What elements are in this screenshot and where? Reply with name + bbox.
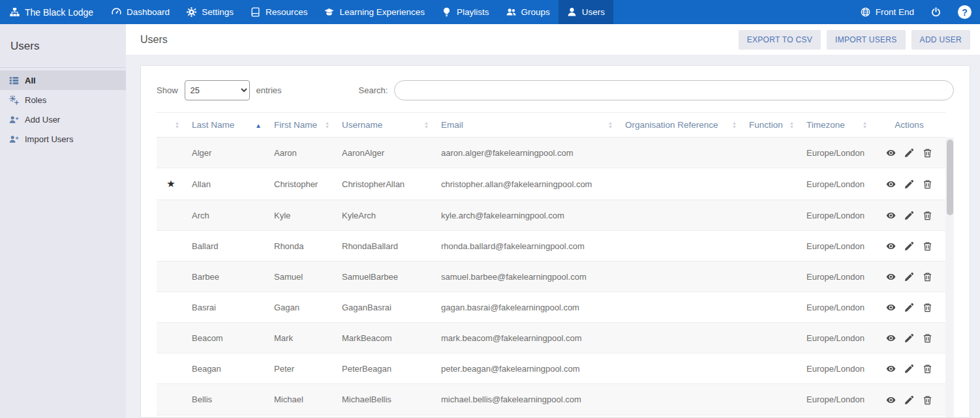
page-size-select[interactable]: 25 bbox=[185, 80, 250, 100]
eye-icon[interactable] bbox=[886, 241, 896, 251]
eye-icon[interactable] bbox=[886, 211, 896, 220]
sort-icon: ▲▼ bbox=[424, 121, 429, 129]
cell-email: rhonda.ballard@fakelearningpool.com bbox=[435, 231, 619, 261]
nav-item-label: Dashboard bbox=[127, 7, 170, 17]
top-navbar: The Black Lodge DashboardSettingsResourc… bbox=[0, 0, 980, 24]
table-scrollbar[interactable] bbox=[945, 138, 954, 418]
cell-timezone: Europe/London bbox=[800, 353, 873, 384]
add-user-button[interactable]: ADD USER bbox=[911, 30, 970, 50]
navbar-right: Front End? bbox=[852, 0, 980, 24]
nav-item-users[interactable]: Users bbox=[559, 0, 613, 24]
sort-icon: ▲▼ bbox=[608, 121, 613, 129]
trash-icon[interactable] bbox=[923, 303, 932, 312]
search-label: Search: bbox=[359, 85, 388, 95]
sidebar: Users AllRolesAdd UserImport Users bbox=[0, 24, 126, 418]
cell-username: SamuelBarbee bbox=[335, 261, 435, 292]
nav-item-label: Settings bbox=[202, 7, 234, 17]
trash-icon[interactable] bbox=[923, 148, 932, 158]
nav-item-front-end[interactable]: Front End bbox=[852, 0, 923, 24]
pencil-icon[interactable] bbox=[904, 333, 914, 343]
eye-icon[interactable] bbox=[886, 364, 896, 374]
trash-icon[interactable] bbox=[923, 241, 932, 251]
pencil-icon[interactable] bbox=[904, 364, 914, 374]
trash-icon[interactable] bbox=[923, 364, 932, 374]
brand[interactable]: The Black Lodge bbox=[0, 0, 103, 24]
table-row: BeaganPeterPeterBeaganpeter.beagan@fakel… bbox=[157, 353, 945, 384]
sidebar-items: AllRolesAdd UserImport Users bbox=[0, 67, 126, 149]
sidebar-item-roles[interactable]: Roles bbox=[0, 90, 126, 110]
cell-organisation-reference bbox=[619, 200, 743, 231]
column-header-email[interactable]: Email▲▼ bbox=[435, 113, 619, 138]
sidebar-item-add-user[interactable]: Add User bbox=[0, 110, 126, 129]
column-header-star[interactable]: ▲▼ bbox=[157, 113, 185, 138]
column-header-timezone[interactable]: Timezone▲▼ bbox=[800, 113, 873, 138]
sidebar-item-import-users[interactable]: Import Users bbox=[0, 129, 126, 149]
nav-item-playlists[interactable]: Playlists bbox=[433, 0, 498, 24]
column-header-organisation-reference[interactable]: Organisation Reference▲▼ bbox=[619, 113, 743, 138]
eye-icon[interactable] bbox=[886, 303, 896, 312]
help-icon: ? bbox=[958, 5, 972, 19]
power-icon bbox=[931, 7, 941, 17]
nav-item-dashboard[interactable]: Dashboard bbox=[103, 0, 178, 24]
book-icon bbox=[251, 7, 260, 17]
column-header-first-name[interactable]: First Name▲▼ bbox=[268, 113, 335, 138]
eye-icon[interactable] bbox=[886, 395, 896, 405]
nav-item-learning-experiences[interactable]: Learning Experiences bbox=[316, 0, 433, 24]
table-wrap: ▲▼Last Name▲First Name▲▼Username▲▼Email▲… bbox=[157, 112, 954, 415]
nav-item-resources[interactable]: Resources bbox=[242, 0, 316, 24]
cell-email: mark.beacom@fakelearningpool.com bbox=[435, 323, 619, 353]
pencil-icon[interactable] bbox=[904, 303, 914, 312]
nav-item-groups[interactable]: Groups bbox=[498, 0, 559, 24]
eye-icon[interactable] bbox=[886, 272, 896, 282]
cell-function bbox=[743, 292, 800, 323]
column-label: Actions bbox=[895, 120, 923, 130]
cell-timezone: Europe/London bbox=[800, 138, 873, 168]
export-to-csv-button[interactable]: EXPORT TO CSV bbox=[739, 30, 821, 50]
sort-icon: ▲▼ bbox=[789, 121, 794, 129]
search-input[interactable] bbox=[394, 80, 954, 100]
import-users-button[interactable]: IMPORT USERS bbox=[827, 30, 906, 50]
pencil-icon[interactable] bbox=[904, 241, 914, 251]
sort-icon: ▲▼ bbox=[325, 121, 329, 129]
column-header-username[interactable]: Username▲▼ bbox=[335, 113, 435, 138]
sidebar-item-all[interactable]: All bbox=[0, 70, 126, 90]
dashboard-icon bbox=[112, 7, 121, 17]
page-title: Users bbox=[140, 34, 168, 46]
table-header-row: ▲▼Last Name▲First Name▲▼Username▲▼Email▲… bbox=[157, 113, 945, 138]
cell-organisation-reference bbox=[619, 292, 743, 323]
help-button[interactable]: ? bbox=[949, 0, 980, 24]
eye-icon[interactable] bbox=[886, 179, 896, 189]
eye-icon[interactable] bbox=[886, 333, 896, 343]
pencil-icon[interactable] bbox=[904, 148, 914, 158]
pencil-icon[interactable] bbox=[904, 272, 914, 282]
cell-email: samuel.barbee@fakelearningpool.com bbox=[435, 261, 619, 292]
cell-actions bbox=[873, 323, 945, 353]
user-icon bbox=[567, 7, 577, 17]
trash-icon[interactable] bbox=[923, 333, 932, 343]
column-label: Organisation Reference bbox=[625, 120, 718, 130]
cell-organisation-reference bbox=[619, 168, 743, 200]
lightbulb-icon bbox=[442, 7, 452, 17]
pencil-icon[interactable] bbox=[904, 395, 914, 405]
column-header-last-name[interactable]: Last Name▲ bbox=[185, 113, 268, 138]
nav-item-settings[interactable]: Settings bbox=[178, 0, 242, 24]
cell-function bbox=[743, 353, 800, 384]
sort-icon: ▲▼ bbox=[863, 121, 867, 129]
trash-icon[interactable] bbox=[923, 211, 932, 220]
power-button[interactable] bbox=[923, 0, 949, 24]
trash-icon[interactable] bbox=[923, 272, 932, 282]
cell-last-name: Alger bbox=[185, 138, 268, 168]
scrollbar-thumb[interactable] bbox=[947, 140, 953, 215]
trash-icon[interactable] bbox=[923, 179, 932, 189]
sidebar-item-label: Import Users bbox=[25, 134, 73, 144]
sidebar-item-label: Roles bbox=[25, 95, 46, 105]
cell-function bbox=[743, 323, 800, 353]
pencil-icon[interactable] bbox=[904, 211, 914, 220]
cell-first-name: Christopher bbox=[268, 168, 335, 200]
cell-email: michael.bellis@fakelearningpool.com bbox=[435, 384, 619, 415]
cell-username: AaronAlger bbox=[335, 138, 435, 168]
trash-icon[interactable] bbox=[923, 395, 932, 405]
pencil-icon[interactable] bbox=[904, 179, 914, 189]
eye-icon[interactable] bbox=[886, 148, 896, 158]
column-header-function[interactable]: Function▲▼ bbox=[743, 113, 800, 138]
